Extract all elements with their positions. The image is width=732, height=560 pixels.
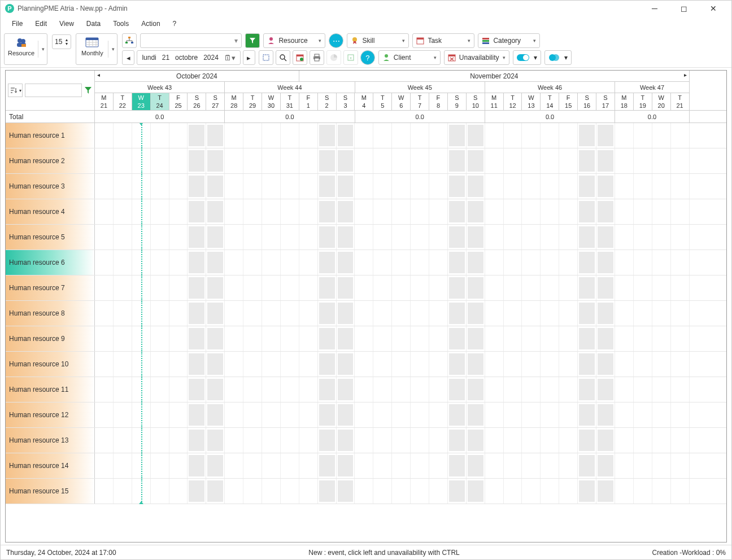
schedule-cell[interactable] [225, 352, 243, 377]
schedule-cell[interactable] [485, 250, 504, 275]
schedule-cell[interactable] [188, 148, 206, 173]
schedule-cell[interactable] [671, 148, 690, 173]
schedule-cell[interactable] [262, 326, 281, 351]
spinner-up[interactable]: ▲ [64, 38, 68, 42]
schedule-cell[interactable] [132, 352, 151, 377]
schedule-cell[interactable] [578, 428, 596, 453]
schedule-cell[interactable] [188, 301, 206, 326]
schedule-cell[interactable] [151, 174, 169, 199]
schedule-cell[interactable] [467, 275, 485, 300]
schedule-cell[interactable] [318, 352, 337, 377]
schedule-cell[interactable] [448, 199, 467, 224]
schedule-cell[interactable] [411, 225, 429, 250]
schedule-cell[interactable] [392, 403, 411, 427]
schedule-cell[interactable] [448, 377, 467, 402]
schedule-cell[interactable] [448, 326, 467, 351]
schedule-cell[interactable] [114, 275, 132, 300]
day-header[interactable]: T7 [411, 93, 429, 110]
resource-label[interactable]: Human resource 9 [6, 326, 95, 351]
resource-label[interactable]: Human resource 13 [6, 428, 95, 453]
schedule-cell[interactable] [596, 428, 615, 453]
schedule-cell[interactable] [281, 301, 299, 326]
schedule-cell[interactable] [132, 453, 151, 478]
schedule-cell[interactable] [615, 479, 634, 504]
resource-filter-dropdown[interactable]: Resource ▾ [263, 33, 325, 48]
schedule-cell[interactable] [485, 453, 504, 478]
schedule-cell[interactable] [337, 428, 355, 453]
day-header[interactable]: T14 [541, 93, 559, 110]
schedule-cell[interactable] [169, 352, 188, 377]
category-filter-dropdown[interactable]: Category ▾ [478, 33, 540, 48]
schedule-cell[interactable] [485, 428, 504, 453]
schedule-cell[interactable] [504, 225, 522, 250]
day-header[interactable]: S16 [578, 93, 596, 110]
schedule-cell[interactable] [206, 225, 225, 250]
schedule-cell[interactable] [429, 352, 448, 377]
view-monthly-button[interactable]: Monthly ▾ [76, 33, 117, 65]
schedule-cell[interactable] [559, 148, 578, 173]
schedule-cell[interactable] [337, 148, 355, 173]
unavailability-filter-dropdown[interactable]: Unavailability ▾ [444, 50, 509, 65]
schedule-cell[interactable] [337, 123, 355, 148]
schedule-cell[interactable] [504, 199, 522, 224]
schedule-cell[interactable] [615, 326, 634, 351]
schedule-cell[interactable] [243, 199, 262, 224]
schedule-cell[interactable] [318, 479, 337, 504]
schedule-cell[interactable] [225, 453, 243, 478]
schedule-cell[interactable] [504, 403, 522, 427]
schedule-cell[interactable] [243, 301, 262, 326]
schedule-cell[interactable] [169, 479, 188, 504]
schedule-cell[interactable] [448, 275, 467, 300]
schedule-cell[interactable] [596, 225, 615, 250]
schedule-cell[interactable] [578, 123, 596, 148]
schedule-cell[interactable] [429, 250, 448, 275]
schedule-cell[interactable] [541, 352, 559, 377]
menu-file[interactable]: File [6, 18, 28, 30]
schedule-cell[interactable] [318, 123, 337, 148]
schedule-cell[interactable] [411, 275, 429, 300]
schedule-cell[interactable] [578, 199, 596, 224]
schedule-cell[interactable] [151, 250, 169, 275]
schedule-cell[interactable] [299, 352, 318, 377]
schedule-cell[interactable] [262, 199, 281, 224]
schedule-cell[interactable] [504, 326, 522, 351]
schedule-cell[interactable] [596, 377, 615, 402]
schedule-cell[interactable] [95, 479, 114, 504]
schedule-cell[interactable] [262, 225, 281, 250]
schedule-cell[interactable] [429, 377, 448, 402]
schedule-cell[interactable] [206, 275, 225, 300]
schedule-cell[interactable] [467, 453, 485, 478]
schedule-cell[interactable] [299, 148, 318, 173]
schedule-cell[interactable] [373, 403, 392, 427]
schedule-cell[interactable] [188, 326, 206, 351]
schedule-cell[interactable] [429, 453, 448, 478]
hierarchy-button[interactable] [122, 33, 137, 48]
schedule-cell[interactable] [596, 148, 615, 173]
schedule-cell[interactable] [504, 123, 522, 148]
resource-mode-button[interactable]: Resource ▾ [4, 33, 47, 65]
schedule-cell[interactable] [504, 275, 522, 300]
spinner-down[interactable]: ▼ [64, 42, 68, 46]
schedule-cell[interactable] [95, 403, 114, 427]
schedule-cell[interactable] [522, 301, 541, 326]
resource-label[interactable]: Human resource 12 [6, 403, 95, 427]
schedule-cell[interactable] [615, 123, 634, 148]
schedule-cell[interactable] [243, 453, 262, 478]
schedule-cell[interactable] [262, 275, 281, 300]
schedule-cell[interactable] [318, 453, 337, 478]
schedule-cell[interactable] [485, 403, 504, 427]
schedule-cell[interactable] [95, 301, 114, 326]
schedule-cell[interactable] [206, 479, 225, 504]
schedule-cell[interactable] [522, 377, 541, 402]
schedule-cell[interactable] [429, 301, 448, 326]
schedule-cell[interactable] [596, 275, 615, 300]
schedule-cell[interactable] [151, 352, 169, 377]
schedule-cell[interactable] [578, 275, 596, 300]
schedule-cell[interactable] [114, 174, 132, 199]
schedule-cell[interactable] [392, 352, 411, 377]
schedule-cell[interactable] [132, 377, 151, 402]
schedule-cell[interactable] [652, 301, 671, 326]
schedule-cell[interactable] [318, 428, 337, 453]
schedule-cell[interactable] [243, 326, 262, 351]
schedule-cell[interactable] [392, 479, 411, 504]
